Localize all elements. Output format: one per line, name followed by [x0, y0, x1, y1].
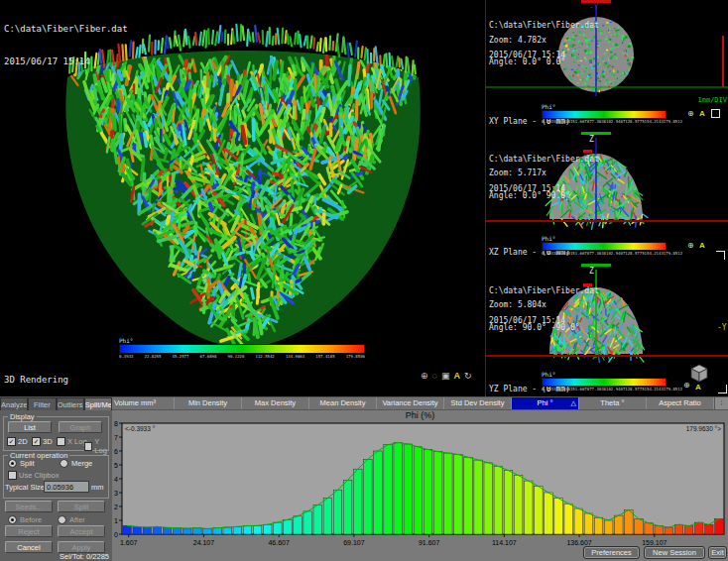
tab-filter[interactable]: Filter [28, 397, 56, 410]
checkbox-label: 2D [18, 437, 28, 446]
colorbar-label: Phi° [542, 371, 667, 378]
colorbar-gradient [542, 110, 667, 119]
column-phi-selected[interactable]: Phi °△ [512, 397, 579, 409]
3d-rendering-viewport[interactable]: C:\data\Fiber\Fiber.dat 2015/06/17 15:14… [0, 0, 485, 396]
tab-outliers[interactable]: Outliers [57, 397, 84, 410]
camera-icon[interactable]: ▣ [441, 371, 454, 381]
column-volume[interactable]: Volume mm³ [112, 397, 175, 409]
radio-dot [60, 459, 68, 468]
annotation-icon[interactable]: A [699, 109, 705, 118]
fiber-analysis-app: C:\data\Fiber\Fiber.dat 2015/06/17 15:14… [0, 0, 728, 561]
exit-button[interactable]: Exit [708, 546, 727, 559]
radio-label: After [69, 515, 85, 524]
zoom-readout: Zoom: 5.717x [489, 168, 546, 178]
yz-colorbar: Phi° 0.393326.030151.667077.3038102.9407… [542, 371, 667, 393]
checkbox-3d[interactable]: ✓3D [32, 437, 53, 446]
reject-button[interactable]: Reject [5, 525, 53, 537]
accept-button[interactable]: Accept [58, 525, 105, 537]
xz-slice-view[interactable]: Z C:\data\Fiber\Fiber.dat 2015/06/17 15:… [486, 132, 728, 264]
svg-text:136.607: 136.607 [566, 539, 591, 546]
split-button[interactable]: Split [58, 501, 105, 512]
target-icon[interactable]: ⊕ [687, 241, 694, 250]
checkbox-box [8, 471, 17, 480]
annotation-icon[interactable]: A [695, 383, 701, 392]
sort-triangle-icon[interactable]: △ [571, 397, 576, 409]
checkbox-box [57, 437, 65, 446]
rotate-icon[interactable]: ↻ [464, 371, 476, 381]
svg-text:7: 7 [114, 434, 118, 441]
column-theta[interactable]: Theta ° [579, 397, 647, 409]
new-session-button[interactable]: New Session [644, 546, 705, 559]
graph-button[interactable]: Graph [59, 421, 102, 433]
colorbar-ticks: 0.393322.825545.257767.689890.1220112.55… [119, 354, 365, 360]
corner-bracket-icon [718, 385, 727, 393]
svg-text:46.607: 46.607 [268, 539, 290, 546]
svg-text:4: 4 [114, 476, 118, 483]
red-crosshair-line [486, 355, 728, 357]
checkbox-use-clipbox[interactable]: Use Clipbox [8, 471, 59, 480]
measurement-columns-header: Volume mm³ Min Density Max Density Mean … [112, 397, 728, 410]
radio-split[interactable]: Split [8, 459, 35, 468]
svg-text:1.607: 1.607 [120, 539, 138, 546]
preferences-button[interactable]: Preferences [583, 546, 640, 559]
box-icon[interactable] [711, 109, 720, 118]
svg-text:6: 6 [114, 448, 118, 455]
tab-split-merge[interactable]: Split/Merge [84, 397, 112, 410]
typical-size-input[interactable] [44, 481, 89, 493]
view-label: 3D Rendering [4, 375, 95, 386]
target-icon[interactable]: ⊕ [683, 381, 690, 390]
column-min-density[interactable]: Min Density [175, 397, 242, 409]
list-button[interactable]: List [8, 421, 52, 433]
colorbar-gradient [119, 344, 365, 354]
radio-merge[interactable]: Merge [60, 459, 92, 468]
checkbox-label: Y Log [94, 437, 112, 455]
column-std-dev-density[interactable]: Std Dev Density [444, 397, 512, 409]
svg-text:<-0.3933 °: <-0.3933 ° [125, 425, 156, 432]
file-path: C:\data\Fiber\Fiber.dat [489, 21, 599, 31]
angle-readout: Angle: 0.0° 0.0° [489, 57, 565, 67]
zoom-readout: Zoom: 4.782x [489, 36, 546, 46]
radio-label: Before [20, 515, 42, 524]
light-icon[interactable]: ⊕ [421, 371, 432, 381]
colorbar-label: Phi° [119, 337, 365, 344]
phi-colorbar: Phi° 0.393322.825545.257767.689890.12201… [119, 337, 365, 360]
radio-after[interactable]: After [58, 515, 85, 524]
group-title: Display [8, 412, 37, 421]
tab-analyze[interactable]: Analyze [0, 397, 28, 410]
column-aspect-ratio[interactable]: Aspect Ratio [647, 397, 714, 409]
seeds-button[interactable]: Seeds... [5, 501, 53, 512]
colorbar-label: Phi° [542, 235, 667, 242]
checkbox-label: Use Clipbox [19, 471, 59, 480]
checkbox-ylog[interactable]: Y Log [84, 437, 112, 455]
phi-histogram[interactable]: 0123456781.60724.10746.60769.10791.60711… [112, 421, 728, 561]
radio-before[interactable]: Before [8, 515, 42, 524]
target-icon[interactable]: ⊕ [687, 109, 694, 118]
column-mean-density[interactable]: Mean Density [309, 397, 377, 409]
annotation-icon[interactable]: A [453, 371, 464, 381]
checkbox-box [84, 442, 92, 451]
xy-slice-view[interactable]: -Y C:\data\Fiber\Fiber.dat 2015/06/17 15… [486, 0, 728, 132]
column-label: Phi ° [538, 398, 553, 407]
column-variance-density[interactable]: Variance Density [377, 397, 444, 409]
scale-per-div-label: 1mm/DIV [697, 96, 727, 104]
checkbox-2d[interactable]: ✓2D [7, 437, 28, 446]
checkmark-icon: ✓ [7, 437, 16, 446]
cancel-button[interactable]: Cancel [5, 541, 53, 553]
yz-slice-view[interactable]: Z -Y C:\data\Fiber\Fiber.dat 2015/06/17 … [486, 264, 728, 396]
timestamp: 2015/06/17 15:14 [4, 56, 128, 67]
split-merge-panel: Analyze Filter Outliers Split/Merge Disp… [0, 397, 112, 561]
column-max-density[interactable]: Max Density [242, 397, 309, 409]
file-path: C:\data\Fiber\Fiber.dat [489, 286, 599, 296]
checkbox-xlog[interactable]: X Log [57, 437, 87, 446]
radio-label: Merge [71, 459, 92, 468]
zoom-readout: Zoom: 5.804x [489, 300, 546, 310]
header-scroll-nub[interactable]: ⁞ [714, 397, 728, 409]
corner-bracket-icon [716, 251, 725, 260]
cube-view-icon[interactable] [689, 363, 709, 383]
annotation-icon[interactable]: A [699, 241, 705, 250]
svg-text:114.107: 114.107 [492, 539, 517, 546]
svg-text:69.107: 69.107 [343, 539, 365, 546]
svg-text:2: 2 [114, 504, 118, 510]
circle-icon[interactable]: ◌ [432, 371, 441, 381]
colorbar-gradient [542, 378, 667, 387]
